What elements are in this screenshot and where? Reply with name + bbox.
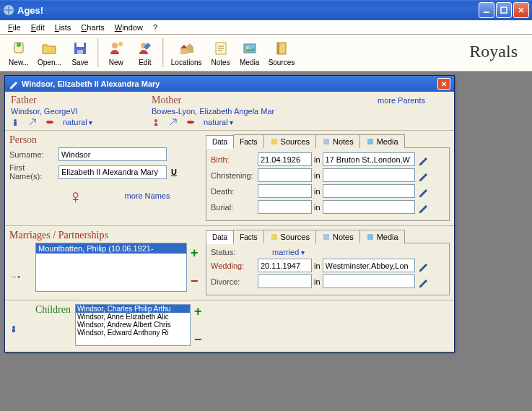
toolbar-media[interactable]: Media: [235, 38, 264, 68]
menu-bar: File Edit Lists Charts Window ?: [0, 20, 532, 35]
burial-edit-icon[interactable]: [418, 202, 429, 213]
close-button[interactable]: [513, 2, 529, 18]
person-window-close[interactable]: ✕: [437, 78, 450, 90]
surname-input[interactable]: [58, 147, 167, 161]
toolbar-notes[interactable]: Notes: [206, 38, 235, 68]
father-link[interactable]: Windsor, GeorgeVI: [11, 107, 152, 116]
divorce-date-input[interactable]: [258, 274, 312, 288]
houses-icon: [178, 40, 195, 57]
svg-rect-28: [12, 329, 15, 332]
mother-expand-icon[interactable]: [169, 118, 178, 126]
menu-file[interactable]: File: [3, 22, 26, 33]
divorce-edit-icon[interactable]: [418, 276, 429, 287]
underline-button[interactable]: U: [169, 168, 179, 176]
death-label: Death:: [211, 187, 258, 196]
firstname-input[interactable]: [58, 165, 167, 179]
wedding-edit-icon[interactable]: [418, 260, 429, 272]
spouse-list[interactable]: Mountbatten, Philip (10.06.1921-: [35, 243, 187, 292]
toolbar-open[interactable]: Open...: [33, 38, 66, 68]
spouse-item[interactable]: Mountbatten, Philip (10.06.1921-: [36, 243, 186, 254]
tab-media[interactable]: Media: [359, 134, 405, 148]
father-relation-dropdown[interactable]: natural ▾: [63, 118, 92, 126]
mother-relation-dropdown[interactable]: natural ▾: [204, 118, 233, 126]
app-icon: [3, 4, 14, 16]
christening-date-input[interactable]: [258, 168, 312, 182]
death-date-input[interactable]: [258, 184, 312, 198]
burial-date-input[interactable]: [258, 200, 312, 214]
document-title: Royals: [469, 42, 518, 61]
child-item[interactable]: Windsor, Andrew Albert Chris: [76, 321, 190, 329]
menu-window[interactable]: Window: [110, 22, 148, 33]
wedding-place-input[interactable]: [323, 259, 415, 272]
father-goto-icon[interactable]: [11, 118, 19, 126]
children-list[interactable]: Windsor, Charles Philip Arthu Windsor, A…: [75, 304, 191, 346]
mdi-area: Windsor, Elizabeth II Alexandra Mary ✕ F…: [0, 72, 532, 411]
maximize-button[interactable]: [496, 2, 512, 18]
child-item[interactable]: Windsor, Charles Philip Arthu: [76, 305, 190, 313]
child-item[interactable]: Windsor, Edward Anthony Ri: [76, 329, 190, 337]
christening-label: Christening:: [211, 171, 258, 180]
gender-icon[interactable]: ♀: [69, 186, 83, 208]
christening-edit-icon[interactable]: [418, 170, 429, 181]
menu-edit[interactable]: Edit: [26, 22, 50, 33]
note-icon: [212, 40, 230, 57]
svg-rect-24: [271, 234, 277, 240]
divorce-place-input[interactable]: [323, 274, 415, 288]
marriage-tab-data[interactable]: Data: [206, 230, 234, 244]
marriage-tab-sources[interactable]: Sources: [263, 230, 316, 243]
death-place-input[interactable]: [323, 184, 415, 198]
child-item[interactable]: Windsor, Anne Elizabeth Alic: [76, 313, 190, 321]
toolbar: New... Open... Save New Edit Locations N…: [0, 35, 532, 72]
book-icon: [273, 40, 290, 57]
marriage-goto-icon[interactable]: →•: [9, 272, 20, 281]
svg-point-16: [14, 119, 17, 122]
more-names-link[interactable]: more Names: [125, 191, 170, 200]
toolbar-save[interactable]: Save: [66, 38, 95, 68]
child-goto-icon[interactable]: [9, 324, 18, 333]
minimize-button[interactable]: [479, 2, 494, 18]
menu-charts[interactable]: Charts: [76, 22, 109, 33]
marriage-section-label: Marriages / Partnerships: [9, 230, 206, 241]
notes-icon: [322, 233, 331, 241]
toolbar-new-file[interactable]: New...: [4, 38, 33, 68]
remove-spouse-button[interactable]: −: [191, 274, 199, 289]
death-edit-icon[interactable]: [418, 186, 429, 197]
mother-label: Mother: [152, 95, 292, 106]
svg-rect-25: [323, 234, 329, 240]
add-spouse-button[interactable]: +: [191, 246, 199, 261]
more-parents-link[interactable]: more Parents: [378, 96, 425, 105]
toolbar-edit-person[interactable]: Edit: [131, 38, 160, 68]
svg-point-20: [187, 121, 194, 124]
marriage-tab-notes[interactable]: Notes: [315, 230, 360, 243]
tab-facts[interactable]: Facts: [233, 134, 263, 148]
wedding-date-input[interactable]: [258, 259, 312, 272]
tab-data[interactable]: Data: [206, 135, 234, 149]
status-dropdown[interactable]: married ▾: [272, 248, 305, 256]
toolbar-locations[interactable]: Locations: [167, 38, 206, 68]
divorce-label: Divorce:: [211, 277, 258, 286]
mother-remove-icon[interactable]: [186, 118, 195, 126]
marriage-tab-facts[interactable]: Facts: [233, 230, 263, 243]
mother-goto-icon[interactable]: [152, 118, 160, 126]
birth-place-input[interactable]: [323, 152, 415, 166]
toolbar-new-person[interactable]: New: [102, 38, 131, 68]
menu-lists[interactable]: Lists: [50, 22, 77, 33]
toolbar-sources[interactable]: Sources: [264, 38, 300, 68]
birth-edit-icon[interactable]: [418, 154, 429, 165]
svg-point-19: [154, 119, 157, 122]
svg-point-4: [17, 43, 21, 47]
marriage-tab-media[interactable]: Media: [359, 230, 405, 243]
father-remove-icon[interactable]: [45, 118, 54, 126]
svg-rect-1: [484, 12, 489, 13]
add-child-button[interactable]: +: [194, 304, 202, 319]
burial-place-input[interactable]: [323, 200, 415, 214]
remove-child-button[interactable]: −: [194, 332, 202, 347]
tab-sources[interactable]: Sources: [263, 134, 316, 148]
svg-rect-17: [14, 122, 17, 126]
menu-help[interactable]: ?: [148, 22, 162, 33]
tab-notes[interactable]: Notes: [315, 134, 360, 148]
father-expand-icon[interactable]: [28, 118, 37, 126]
mother-link[interactable]: Bowes-Lyon, Elizabeth Angela Mar: [152, 107, 292, 116]
birth-date-input[interactable]: [258, 152, 312, 166]
christening-place-input[interactable]: [323, 168, 415, 182]
